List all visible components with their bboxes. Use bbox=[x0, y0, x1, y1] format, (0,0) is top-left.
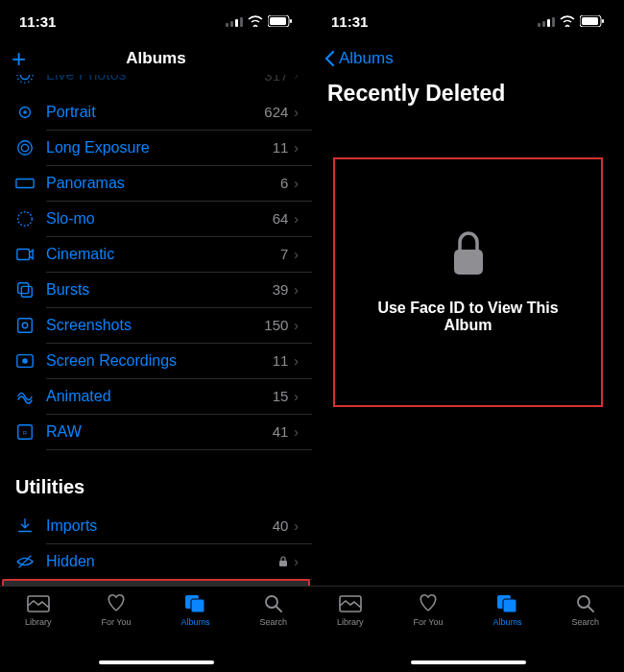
for-you-icon bbox=[416, 592, 441, 613]
search-icon bbox=[573, 592, 598, 613]
lock-icon bbox=[448, 230, 489, 278]
long-exposure-icon bbox=[15, 138, 35, 157]
list-item[interactable]: Animated 15 › bbox=[0, 378, 312, 414]
add-button[interactable]: + bbox=[12, 44, 26, 74]
faceid-message: Use Face ID to View This Album bbox=[354, 300, 582, 334]
chevron-right-icon: › bbox=[294, 518, 299, 534]
status-icons bbox=[226, 15, 293, 27]
svg-rect-37 bbox=[582, 17, 598, 25]
svg-point-11 bbox=[18, 140, 33, 155]
screen-recordings-icon bbox=[15, 351, 35, 371]
list-item[interactable]: Live Photos 317 › bbox=[0, 75, 312, 94]
list-item[interactable]: Long Exposure 11 › bbox=[0, 130, 312, 165]
raw-icon: R bbox=[15, 422, 35, 442]
row-count: 40 bbox=[273, 517, 289, 534]
search-icon bbox=[261, 592, 286, 613]
home-indicator[interactable] bbox=[99, 660, 214, 664]
list-item[interactable]: R RAW 41 › bbox=[0, 414, 312, 449]
home-indicator[interactable] bbox=[411, 660, 526, 664]
imports-icon bbox=[15, 516, 35, 536]
row-count: 6 bbox=[280, 175, 288, 191]
row-label: Imports bbox=[46, 517, 273, 535]
svg-point-14 bbox=[18, 211, 33, 226]
row-label: RAW bbox=[46, 423, 273, 441]
row-label: Live Photos bbox=[46, 75, 264, 84]
nav-bar: Albums bbox=[312, 42, 624, 75]
svg-rect-5 bbox=[270, 17, 286, 25]
cellular-icon bbox=[226, 16, 243, 27]
svg-rect-1 bbox=[230, 21, 233, 27]
albums-icon bbox=[494, 592, 519, 613]
chevron-right-icon: › bbox=[294, 318, 299, 333]
animated-icon bbox=[15, 387, 35, 406]
list-item[interactable]: Screen Recordings 11 › bbox=[0, 343, 312, 378]
chevron-right-icon: › bbox=[294, 176, 299, 191]
svg-rect-38 bbox=[602, 19, 604, 23]
list-item[interactable]: Hidden › bbox=[0, 543, 312, 579]
svg-line-31 bbox=[276, 607, 281, 612]
status-bar: 11:31 bbox=[312, 0, 624, 42]
list-item[interactable]: Imports 40 › bbox=[0, 508, 312, 543]
tab-search[interactable]: Search bbox=[259, 592, 287, 672]
svg-rect-35 bbox=[552, 17, 555, 27]
row-count: 41 bbox=[273, 423, 289, 440]
chevron-right-icon: › bbox=[294, 353, 299, 369]
back-label: Albums bbox=[339, 49, 394, 68]
svg-text:R: R bbox=[23, 429, 27, 435]
page-title: Recently Deleted bbox=[312, 75, 624, 112]
status-time: 11:31 bbox=[19, 13, 56, 30]
row-count: 64 bbox=[273, 210, 289, 227]
list-item[interactable]: Slo-mo 64 › bbox=[0, 201, 312, 236]
row-label: Panoramas bbox=[46, 175, 280, 192]
list-item[interactable]: Screenshots 150 › bbox=[0, 307, 312, 343]
svg-point-19 bbox=[22, 323, 27, 327]
chevron-right-icon: › bbox=[294, 389, 299, 404]
list-item[interactable]: Cinematic 7 › bbox=[0, 236, 312, 272]
svg-rect-18 bbox=[18, 318, 33, 332]
nav-title: Albums bbox=[126, 49, 185, 68]
library-icon bbox=[338, 592, 363, 613]
back-button[interactable]: Albums bbox=[324, 49, 394, 68]
row-count: 11 bbox=[273, 352, 289, 369]
row-label: Long Exposure bbox=[46, 139, 273, 156]
tab-label: Search bbox=[571, 617, 599, 627]
row-count: 11 bbox=[273, 139, 289, 156]
screenshots-icon bbox=[15, 316, 35, 335]
svg-point-10 bbox=[23, 110, 27, 114]
tab-search[interactable]: Search bbox=[571, 592, 599, 672]
lock-icon bbox=[278, 556, 288, 567]
svg-rect-2 bbox=[235, 19, 238, 27]
tab-label: Albums bbox=[180, 617, 209, 627]
status-bar: 11:31 bbox=[0, 0, 312, 42]
tab-library[interactable]: Library bbox=[25, 592, 52, 672]
nav-bar: + Albums bbox=[0, 42, 312, 75]
row-label: Animated bbox=[46, 388, 273, 405]
row-count: 7 bbox=[280, 246, 288, 262]
svg-rect-25 bbox=[279, 561, 287, 566]
status-time: 11:31 bbox=[331, 13, 368, 30]
recently-deleted-row[interactable]: Recently Deleted › bbox=[2, 579, 310, 586]
svg-rect-34 bbox=[547, 19, 550, 27]
chevron-right-icon: › bbox=[294, 105, 299, 120]
list-item[interactable]: Bursts 39 › bbox=[0, 272, 312, 307]
faceid-panel: Use Face ID to View This Album bbox=[333, 157, 603, 407]
row-count: 317 bbox=[264, 75, 288, 84]
row-label: Hidden bbox=[46, 553, 278, 570]
cinematic-icon bbox=[15, 245, 35, 264]
albums-icon bbox=[182, 592, 207, 613]
tab-label: For You bbox=[101, 617, 131, 627]
row-count: 15 bbox=[273, 388, 289, 404]
battery-icon bbox=[580, 15, 605, 27]
svg-point-12 bbox=[21, 144, 28, 151]
cellular-icon bbox=[538, 16, 555, 27]
status-icons bbox=[538, 15, 605, 27]
list-item[interactable]: Panoramas 6 › bbox=[0, 165, 312, 201]
portrait-icon bbox=[15, 103, 35, 122]
row-count: 150 bbox=[264, 317, 288, 333]
row-label: Bursts bbox=[46, 281, 273, 299]
tab-library[interactable]: Library bbox=[337, 592, 364, 672]
list-item[interactable]: Portrait 624 › bbox=[0, 94, 312, 130]
tab-label: Library bbox=[337, 617, 364, 627]
chevron-left-icon bbox=[324, 50, 335, 67]
tab-label: Albums bbox=[492, 617, 521, 627]
